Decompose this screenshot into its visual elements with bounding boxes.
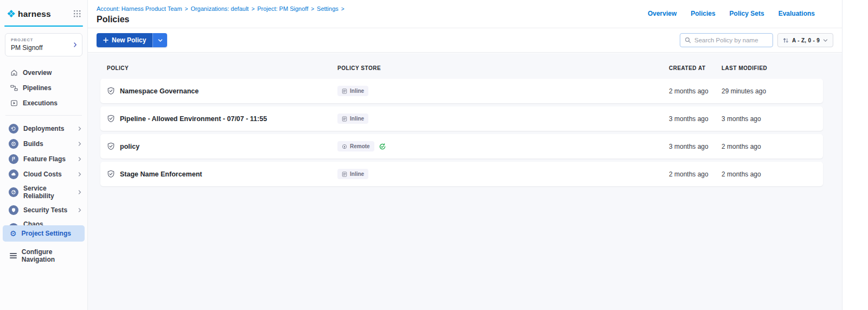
chevron-right-icon	[78, 208, 82, 212]
plus-icon	[103, 37, 108, 43]
sidebar-item-security-tests[interactable]: Security Tests	[0, 203, 87, 218]
store-badge-label: Inline	[350, 88, 364, 94]
chevron-right-icon	[78, 126, 82, 131]
sidebar-item-label: Configure Navigation	[22, 248, 81, 263]
store-badge-label: Inline	[350, 116, 364, 122]
new-policy-label: New Policy	[112, 36, 146, 44]
store-badge-remote: Remote	[337, 141, 374, 151]
app-grid-icon[interactable]	[74, 10, 81, 17]
last-modified: 3 months ago	[722, 115, 797, 123]
new-policy-button[interactable]: New Policy	[97, 33, 152, 47]
toolbar: New Policy A - Z, 0 - 9	[88, 28, 842, 53]
breadcrumb-account-link[interactable]: Account: Harness Product Team	[97, 5, 182, 12]
table-header-row: POLICY POLICY STORE CREATED AT LAST MODI…	[100, 65, 823, 79]
pipelines-icon	[10, 84, 18, 92]
sidebar-item-feature-flags[interactable]: Feature Flags	[0, 151, 87, 167]
feature-flags-icon	[9, 154, 18, 164]
search-icon	[685, 37, 691, 43]
main-area: Account: Harness Product Team > Organiza…	[88, 0, 843, 310]
sort-dropdown[interactable]: A - Z, 0 - 9	[777, 33, 833, 47]
policy-shield-icon	[107, 115, 115, 123]
chevron-right-icon	[78, 172, 82, 176]
policy-name: Namespace Governance	[120, 87, 199, 95]
tab-policies[interactable]: Policies	[691, 10, 715, 17]
chevron-down-icon	[823, 38, 828, 43]
chevron-right-icon	[78, 190, 82, 194]
project-selector[interactable]: PROJECT PM Signoff	[5, 33, 82, 56]
store-badge-inline: Inline	[337, 86, 368, 96]
last-modified: 2 months ago	[722, 143, 797, 150]
search-input[interactable]	[694, 37, 768, 43]
sidebar-item-label: Builds	[23, 140, 43, 148]
column-header-policy-store: POLICY STORE	[337, 65, 669, 71]
breadcrumb-org-link[interactable]: Organizations: default	[190, 5, 248, 12]
sidebar-item-label: Overview	[23, 69, 52, 77]
new-policy-dropdown-button[interactable]	[152, 33, 167, 47]
policy-shield-icon	[107, 87, 115, 95]
created-at: 3 months ago	[669, 115, 722, 123]
store-badge-label: Remote	[350, 143, 370, 149]
executions-icon	[10, 99, 18, 107]
sidebar-item-builds[interactable]: Builds	[0, 136, 87, 151]
tab-overview[interactable]: Overview	[648, 10, 676, 17]
breadcrumb-settings-link[interactable]: Settings	[317, 5, 339, 12]
last-modified: 29 minutes ago	[722, 87, 797, 95]
table-row[interactable]: policy Remote 3 months ago 2 months ago	[100, 134, 823, 159]
sidebar-item-configure-navigation[interactable]: Configure Navigation	[3, 244, 85, 268]
breadcrumb-separator: >	[251, 6, 254, 12]
sidebar-item-label: Executions	[23, 99, 58, 107]
policy-shield-icon	[107, 142, 115, 150]
policy-name: Pipeline - Allowed Environment - 07/07 -…	[120, 115, 267, 123]
column-header-created-at: CREATED AT	[669, 65, 722, 71]
sidebar-item-label: Project Settings	[22, 230, 71, 237]
inline-file-icon	[342, 88, 347, 94]
sidebar-item-deployments[interactable]: Deployments	[0, 121, 87, 136]
sidebar: ❖ harness PROJECT PM Signoff Overview Pi…	[0, 0, 88, 310]
policy-shield-icon	[107, 170, 115, 178]
git-sync-icon[interactable]	[379, 143, 386, 150]
home-icon	[10, 69, 18, 77]
table-row[interactable]: Namespace Governance Inline 2 months ago…	[100, 79, 823, 103]
project-name: PM Signoff	[11, 44, 73, 52]
policy-name: Stage Name Enforcement	[120, 170, 202, 178]
sidebar-item-executions[interactable]: Executions	[0, 96, 87, 111]
service-reliability-icon	[9, 187, 18, 197]
chevron-right-icon	[78, 157, 82, 161]
brand-header: ❖ harness	[0, 0, 87, 23]
chevron-right-icon	[78, 142, 82, 146]
sidebar-item-label: Deployments	[23, 125, 64, 132]
harness-logo-icon: ❖	[7, 9, 16, 19]
sort-arrows-icon	[783, 37, 789, 43]
last-modified: 2 months ago	[722, 170, 797, 178]
breadcrumb-project-link[interactable]: Project: PM Signoff	[257, 5, 308, 12]
store-badge-inline: Inline	[337, 113, 368, 124]
sidebar-item-pipelines[interactable]: Pipelines	[0, 80, 87, 96]
table-row[interactable]: Stage Name Enforcement Inline 2 months a…	[100, 162, 823, 186]
sidebar-item-cloud-costs[interactable]: Cloud Costs	[0, 167, 87, 182]
sidebar-item-label: Pipelines	[23, 84, 52, 92]
created-at: 2 months ago	[669, 170, 722, 178]
store-badge-inline: Inline	[337, 169, 368, 179]
sidebar-item-overview[interactable]: Overview	[0, 65, 87, 80]
tab-evaluations[interactable]: Evaluations	[778, 10, 815, 17]
gear-icon: ⚙	[10, 230, 17, 237]
brand-underline	[4, 26, 83, 27]
sidebar-divider	[5, 115, 82, 116]
policy-name: policy	[120, 143, 139, 150]
project-label: PROJECT	[11, 37, 73, 42]
remote-repo-icon	[342, 144, 347, 149]
builds-icon	[9, 139, 18, 149]
sort-label: A - Z, 0 - 9	[792, 37, 820, 43]
sidebar-item-service-reliability[interactable]: Service Reliability	[0, 182, 87, 203]
policy-top-nav: Overview Policies Policy Sets Evaluation…	[648, 10, 815, 17]
tab-policy-sets[interactable]: Policy Sets	[730, 10, 764, 17]
inline-file-icon	[342, 116, 347, 122]
column-header-last-modified: LAST MODIFIED	[722, 65, 797, 71]
sidebar-item-label: Feature Flags	[23, 155, 66, 163]
new-policy-split-button: New Policy	[97, 33, 167, 47]
sidebar-item-project-settings[interactable]: ⚙ Project Settings	[3, 225, 85, 242]
hamburger-icon	[10, 253, 17, 258]
table-row[interactable]: Pipeline - Allowed Environment - 07/07 -…	[100, 106, 823, 131]
brand-name: harness	[18, 9, 51, 19]
breadcrumb-separator: >	[185, 6, 188, 12]
